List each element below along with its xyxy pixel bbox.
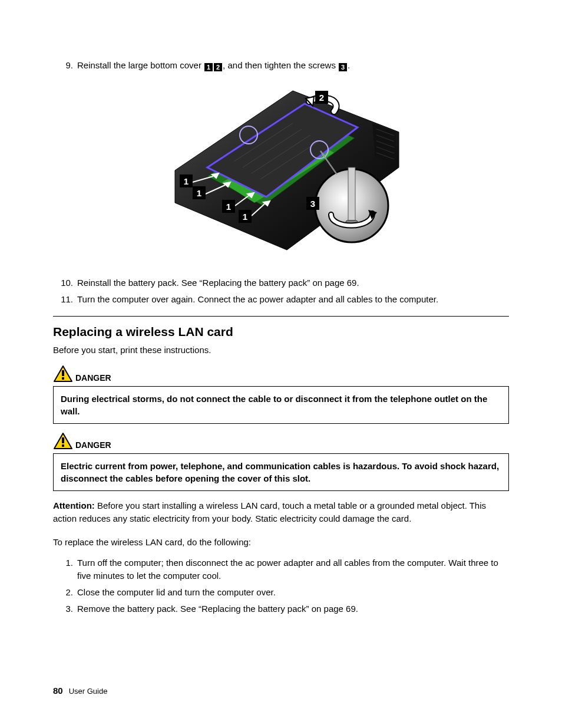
step-number: 10. [53,276,77,289]
step-body: Reinstall the battery pack. See “Replaci… [77,276,509,289]
callout-3: 3 [339,63,347,71]
section-divider [53,316,509,317]
text: Reinstall the large bottom cover [77,60,204,70]
page-number: 80 [53,686,63,696]
step-11: 11. Turn the computer over again. Connec… [53,293,509,306]
fig-callout-1d: 1 [243,212,247,222]
callout-1: 1 [204,63,213,71]
danger-label: DANGER [75,373,111,383]
list-item: 3. Remove the battery pack. See “Replaci… [53,602,509,615]
step-body: Remove the battery pack. See “Replacing … [77,602,509,615]
lan-steps-list: 1. Turn off the computer; then disconnec… [53,556,509,615]
fig-callout-3: 3 [310,199,315,209]
svg-rect-26 [348,167,355,220]
fig-callout-1b: 1 [197,188,201,198]
danger-label: DANGER [75,440,111,450]
step-9: 9. Reinstall the large bottom cover 12, … [53,59,509,72]
step-body: Close the computer lid and turn the comp… [77,586,509,599]
upper-steps-list: 9. Reinstall the large bottom cover 12, … [53,59,509,72]
step-number: 1. [53,556,77,582]
lead-in-paragraph: To replace the wireless LAN card, do the… [53,536,509,549]
list-item: 1. Turn off the computer; then disconnec… [53,556,509,582]
fig-callout-1a: 1 [184,176,189,186]
text: , and then tighten the screws [223,60,338,70]
intro-paragraph: Before you start, print these instructio… [53,344,509,357]
svg-rect-41 [62,437,64,443]
text: . [348,60,350,70]
danger-icon [53,365,73,383]
svg-rect-38 [62,370,64,376]
upper-steps-list-cont: 10. Reinstall the battery pack. See “Rep… [53,276,509,306]
section-heading: Replacing a wireless LAN card [53,325,509,339]
step-number: 3. [53,602,77,615]
figure: 2 1 1 1 1 3 [53,79,509,256]
bottom-cover-illustration: 2 1 1 1 1 3 [157,79,405,256]
danger-header-2: DANGER [53,432,509,450]
fig-callout-1c: 1 [226,202,231,212]
callout-2: 2 [214,63,222,71]
step-number: 9. [53,59,77,72]
step-body: Reinstall the large bottom cover 12, and… [77,59,509,72]
step-number: 11. [53,293,77,306]
step-body: Turn off the computer; then disconnect t… [77,556,509,582]
step-number: 2. [53,586,77,599]
list-item: 2. Close the computer lid and turn the c… [53,586,509,599]
danger-icon [53,432,73,450]
attention-label: Attention: [53,500,95,510]
fig-callout-2: 2 [319,93,324,103]
doc-title: User Guide [69,687,108,696]
danger-box-2: Electric current from power, telephone, … [53,453,509,491]
svg-rect-42 [62,444,64,447]
step-body: Turn the computer over again. Connect th… [77,293,509,306]
page: 9. Reinstall the large bottom cover 12, … [0,0,562,728]
danger-header-1: DANGER [53,365,509,383]
danger-box-1: During electrical storms, do not connect… [53,386,509,424]
attention-paragraph: Attention: Before you start installing a… [53,499,509,525]
step-10: 10. Reinstall the battery pack. See “Rep… [53,276,509,289]
attention-text: Before you start installing a wireless L… [53,500,486,523]
svg-rect-39 [62,377,64,380]
page-footer: 80User Guide [53,686,107,696]
